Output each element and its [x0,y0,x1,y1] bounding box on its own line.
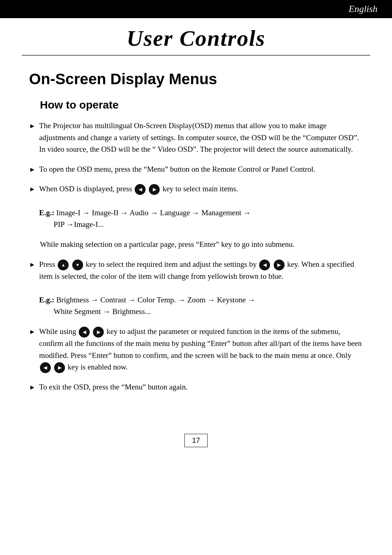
nav-left-button [259,260,270,270]
bullet-text: When OSD is displayed, press key to sele… [39,183,363,230]
page-number: 17 [184,434,208,447]
bullet-text-end: key is enabled now. [68,363,127,371]
nav-up-button [58,260,69,270]
bullet-text-before: Press [39,260,55,269]
title-section: User Controls [22,18,370,56]
page-number-section: 17 [0,423,392,462]
bullet-text: The Projector has multilingual On-Screen… [39,120,363,155]
bullet-text-after: key to select main items. [163,184,238,193]
nav-left-button [79,327,90,338]
nav-down-button [72,260,83,270]
list-item: ► To open the OSD menu, press the “Menu”… [29,163,363,175]
page-title: User Controls [22,25,370,51]
bullet-text: To exit the OSD, press the “Menu” button… [39,381,363,393]
example-sequence2-line2: White Segment → Brightness... [54,307,151,316]
bullet-list: ► The Projector has multilingual On-Scre… [29,120,363,230]
subsection-heading: How to operate [40,99,363,111]
example-label: E.g.: [39,295,54,304]
example-sequence: Image-I → Image-II → Audio → Language → … [39,208,251,229]
inline-paragraph: While making selection on a particular p… [40,238,363,250]
nav-right-button [149,184,160,195]
bullet-arrow-icon: ► [29,165,36,175]
bullet-arrow-icon: ► [29,121,36,131]
bullet-text-middle: key to select the required item and adju… [86,260,257,269]
bullet-arrow-icon: ► [29,260,36,270]
bullet-arrow-icon: ► [29,327,36,337]
nav-right-button [93,327,104,338]
bullet-text: Press key to select the required item an… [39,258,363,318]
language-label: English [349,4,377,15]
list-item: ► When OSD is displayed, press key to se… [29,183,363,230]
example-sequence2: Brightness → Contrast → Color Temp. → Zo… [39,295,255,316]
nav-left-button-end [40,362,51,373]
main-content: On-Screen Display Menus How to operate ►… [0,56,392,423]
bullet-arrow-icon: ► [29,184,36,195]
list-item: ► While using key to adjust the paramete… [29,326,363,373]
section-heading: On-Screen Display Menus [29,70,363,88]
nav-left-button [135,184,146,195]
example-label: E.g.: [39,208,54,217]
nav-right-button [274,260,285,270]
list-item: ► The Projector has multilingual On-Scre… [29,120,363,155]
list-item: ► To exit the OSD, press the “Menu” butt… [29,381,363,393]
bullet-list-continued: ► Press key to select the required item … [29,258,363,393]
list-item: ► Press key to select the required item … [29,258,363,318]
top-bar: English [0,0,392,18]
bullet-text: To open the OSD menu, press the “Menu” b… [39,163,363,175]
example-sequence-line2: PIP →Image-I... [54,220,104,229]
nav-right-button-end [54,362,65,373]
bullet-text: While using key to adjust the parameter … [39,326,363,373]
bullet-arrow-icon: ► [29,383,36,393]
bullet-text-before: When OSD is displayed, press [39,184,132,193]
bullet-text-before: While using [39,327,76,336]
